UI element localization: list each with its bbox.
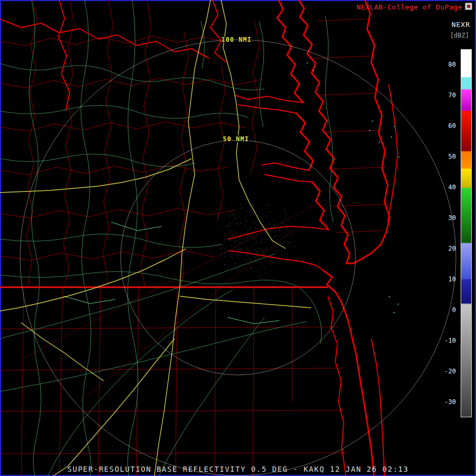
coastline xyxy=(0,0,398,476)
product-caption: SUPER-RESOLUTION BASE REFLECTIVITY 0.5 D… xyxy=(0,465,476,473)
units-label: [dBZ] xyxy=(450,32,469,39)
ocean-clutter-specks xyxy=(307,62,399,313)
cod-logo-icon xyxy=(465,3,472,10)
radar-map: 100 NMI 50 NMI xyxy=(0,0,476,476)
radar-display: 100 NMI 50 NMI NEXLAB-College of DuPage … xyxy=(0,0,476,476)
range-ring-100-label: 100 NMI xyxy=(221,36,252,43)
attribution-text: NEXLAB-College of DuPage xyxy=(356,3,462,11)
product-label: NEXR xyxy=(452,21,470,29)
colorbar-bar xyxy=(461,49,472,417)
range-ring-50-label: 50 NMI xyxy=(223,135,249,143)
highways-yellow xyxy=(0,0,311,476)
colorbar-ticks: 80706050403020100-10-20-30 xyxy=(438,49,456,417)
